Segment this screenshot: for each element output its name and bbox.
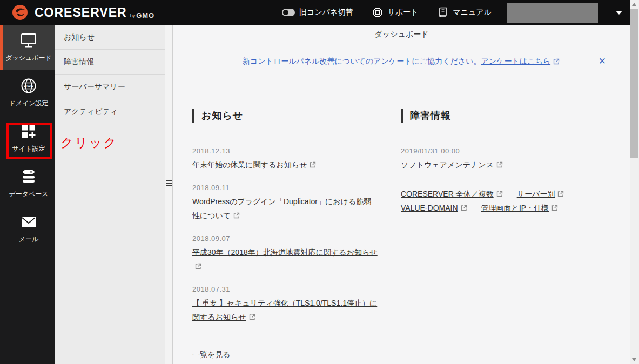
vertical-scrollbar[interactable] <box>630 0 639 364</box>
submenu-item-activity[interactable]: アクティビティ <box>55 99 165 124</box>
news-item: 2018.09.07 平成30年（2018年）北海道地震対応に関するお知らせ <box>192 234 379 273</box>
news-section: お知らせ 2018.12.13 年末年始の休業に関するお知らせ 2018.09.… <box>192 108 379 360</box>
news-item-link[interactable]: WordPressのプラグイン「Duplicator」における脆弱性について <box>192 197 371 220</box>
old-panel-switch[interactable]: 旧コンパネ切替 <box>282 8 353 17</box>
toggle-icon <box>282 9 295 16</box>
sidebar-label-database: データベース <box>9 190 48 199</box>
coreserver-logo[interactable]: CORESERVER by GMO <box>0 4 154 21</box>
external-link-icon <box>310 161 316 168</box>
page-title: ダッシュボード <box>173 25 630 45</box>
external-link-icon <box>249 314 255 320</box>
external-link-icon <box>557 191 564 197</box>
external-link-icon <box>461 205 467 211</box>
submenu-item-news[interactable]: お知らせ <box>55 25 165 50</box>
incident-link-admin-ip-spec[interactable]: 管理画面とIP・仕様 <box>481 201 559 215</box>
support-link[interactable]: サポート <box>372 7 418 18</box>
news-item-link[interactable]: 年末年始の休業に関するお知らせ <box>192 160 316 169</box>
manual-label: マニュアル <box>453 8 492 17</box>
sidebar-label-mail: メール <box>19 235 39 244</box>
survey-banner-link[interactable]: アンケートはこちら <box>481 57 550 66</box>
scrollbar-thumb[interactable] <box>630 9 638 158</box>
news-section-header: お知らせ <box>192 108 379 123</box>
incident-item-date: 2019/01/31 00:00 <box>401 147 617 155</box>
sidebar-label-dashboard: ダッシュボード <box>5 53 52 63</box>
incident-quick-links: CORESERVER 全体／複数 サーバー別 VALUE-DOMAIN 管理画面… <box>401 187 617 215</box>
monitor-icon <box>21 32 37 49</box>
database-icon <box>21 168 37 185</box>
coreserver-logo-icon <box>12 4 28 21</box>
banner-close-icon[interactable]: ✕ <box>598 56 606 67</box>
sidebar-item-database[interactable]: データベース <box>0 161 55 206</box>
sidebar-item-mail[interactable]: メール <box>0 206 55 252</box>
news-item-date: 2018.09.07 <box>192 234 379 242</box>
news-list: 2018.12.13 年末年始の休業に関するお知らせ 2018.09.11 Wo… <box>192 147 379 324</box>
incident-item-link[interactable]: ソフトウェアメンテナンス <box>401 160 503 169</box>
news-item-link[interactable]: 【 重要 】セキュリティ強化（TLS1.0/TLS1.1停止）に関するお知らせ <box>192 299 377 321</box>
news-item: 2018.12.13 年末年始の休業に関するお知らせ <box>192 147 379 172</box>
incidents-section-title: 障害情報 <box>410 109 451 122</box>
incidents-section: 障害情報 2019/01/31 00:00 ソフトウェアメンテナンス CORES… <box>401 108 617 360</box>
news-section-title: お知らせ <box>201 109 243 122</box>
survey-banner: 新コントロールパネル改善についてのアンケートにご協力ください。 アンケートはこち… <box>181 50 621 73</box>
account-menu-caret-icon[interactable] <box>616 11 622 15</box>
news-item-date: 2018.09.11 <box>192 184 379 192</box>
account-name-redacted <box>507 3 598 23</box>
submenu-label-activity: アクティビティ <box>64 107 118 117</box>
globe-icon: www <box>21 78 37 94</box>
dashboard-columns: お知らせ 2018.12.13 年末年始の休業に関するお知らせ 2018.09.… <box>173 108 630 360</box>
brand-company: GMO <box>136 11 154 21</box>
news-item: 2018.07.31 【 重要 】セキュリティ強化（TLS1.0/TLS1.1停… <box>192 285 379 324</box>
external-link-icon <box>553 58 560 65</box>
section-accent-bar <box>192 109 194 123</box>
main-content: ダッシュボード 新コントロールパネル改善についてのアンケートにご協力ください。 … <box>173 25 630 364</box>
submenu-label-news: お知らせ <box>64 32 95 42</box>
submenu-item-incidents[interactable]: 障害情報 <box>55 50 165 75</box>
dashboard-submenu: お知らせ 障害情報 サーバーサマリー アクティビティ <box>55 25 165 364</box>
news-item-date: 2018.12.13 <box>192 147 379 155</box>
external-link-icon <box>233 212 240 219</box>
incident-link-coreserver-all[interactable]: CORESERVER 全体／複数 <box>401 187 503 201</box>
news-item: 2018.09.11 WordPressのプラグイン「Duplicator」にお… <box>192 184 379 223</box>
brand-name: CORESERVER <box>35 5 127 20</box>
incident-item: 2019/01/31 00:00 ソフトウェアメンテナンス <box>401 147 617 172</box>
sidebar-label-domain: ドメイン設定 <box>9 99 48 108</box>
sidebar-item-dashboard[interactable]: ダッシュボード <box>0 25 55 70</box>
sidebar-label-site-settings: サイト設定 <box>12 144 45 153</box>
scrollbar-up-arrow-icon[interactable] <box>632 3 636 6</box>
old-panel-switch-label: 旧コンパネ切替 <box>299 8 353 17</box>
news-item-link[interactable]: 平成30年（2018年）北海道地震対応に関するお知らせ <box>192 248 378 271</box>
top-header: CORESERVER by GMO 旧コンパネ切替 サポート <box>0 0 630 25</box>
book-icon <box>438 7 448 18</box>
mail-icon <box>21 214 37 230</box>
incidents-list: 2019/01/31 00:00 ソフトウェアメンテナンス <box>401 147 617 172</box>
external-link-icon <box>496 161 503 168</box>
submenu-label-server-summary: サーバーサマリー <box>64 82 125 92</box>
submenu-label-incidents: 障害情報 <box>64 57 94 67</box>
incident-link-per-server[interactable]: サーバー別 <box>517 187 564 201</box>
lifebuoy-icon <box>372 7 383 18</box>
grid-plus-icon <box>21 123 37 139</box>
manual-link[interactable]: マニュアル <box>438 7 492 18</box>
main-sidebar: ダッシュボード www ドメイン設定 <box>0 25 55 364</box>
external-link-icon <box>496 191 503 197</box>
submenu-collapse-strip <box>165 25 173 364</box>
svg-text:www: www <box>24 84 33 89</box>
menu-grip-icon[interactable] <box>166 180 172 186</box>
incidents-section-header: 障害情報 <box>401 108 617 123</box>
support-label: サポート <box>387 8 418 17</box>
incident-link-value-domain[interactable]: VALUE-DOMAIN <box>401 201 467 215</box>
submenu-item-server-summary[interactable]: サーバーサマリー <box>55 75 165 99</box>
survey-banner-message: 新コントロールパネル改善についてのアンケートにご協力ください。 <box>243 57 481 66</box>
external-link-icon <box>195 263 201 269</box>
news-more-link[interactable]: 一覧を見る <box>192 350 231 360</box>
section-accent-bar <box>401 109 403 123</box>
header-nav: 旧コンパネ切替 サポート <box>282 7 492 18</box>
sidebar-item-domain[interactable]: www ドメイン設定 <box>0 70 55 116</box>
brand-by: by <box>130 13 136 21</box>
scrollbar-down-arrow-icon[interactable] <box>632 358 636 361</box>
external-link-icon <box>551 205 558 211</box>
news-item-date: 2018.07.31 <box>192 285 379 293</box>
annotation-click-label: クリック <box>60 134 118 151</box>
coreserver-control-panel: CORESERVER by GMO 旧コンパネ切替 サポート <box>0 0 639 364</box>
sidebar-item-site-settings[interactable]: サイト設定 <box>0 116 55 161</box>
